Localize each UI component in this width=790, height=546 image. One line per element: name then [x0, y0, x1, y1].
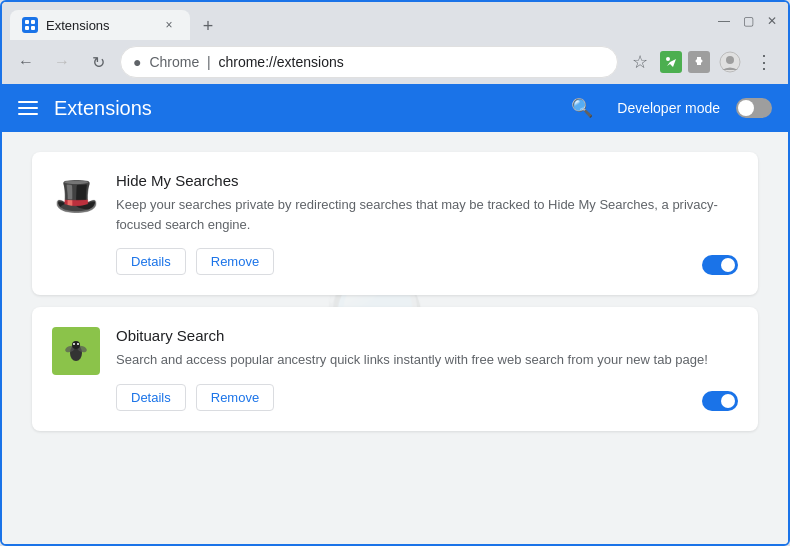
obituary-search-body: Obituary Search Search and access popula…	[116, 327, 738, 411]
tab-close-button[interactable]: ×	[160, 16, 178, 34]
extension-card-obituary-search: Obituary Search Search and access popula…	[32, 307, 758, 431]
obituary-search-details-button[interactable]: Details	[116, 384, 186, 411]
developer-mode-label: Developer mode	[617, 100, 720, 116]
browser-window: Extensions × + — ▢ ✕ ← → ↻ ● Chrome | ch…	[0, 0, 790, 546]
extension-icon-puzzle[interactable]	[688, 51, 710, 73]
toolbar-right: ☆ ⋮	[626, 48, 778, 76]
hamburger-line-3	[18, 113, 38, 115]
reload-button[interactable]: ↻	[84, 48, 112, 76]
title-bar: Extensions × + — ▢ ✕	[2, 2, 788, 40]
window-controls: — ▢ ✕	[716, 13, 780, 29]
obituary-search-desc: Search and access popular ancestry quick…	[116, 350, 738, 370]
search-icon[interactable]: 🔍	[571, 97, 593, 119]
maximize-button[interactable]: ▢	[740, 13, 756, 29]
svg-point-12	[77, 343, 79, 345]
close-button[interactable]: ✕	[764, 13, 780, 29]
extensions-header: Extensions 🔍 Developer mode	[2, 84, 788, 132]
address-bar: ← → ↻ ● Chrome | chrome://extensions ☆	[2, 40, 788, 84]
svg-rect-2	[25, 26, 29, 30]
hat-icon: 🎩	[54, 175, 99, 217]
minimize-button[interactable]: —	[716, 13, 732, 29]
tab-strip: Extensions × +	[10, 2, 710, 40]
new-tab-button[interactable]: +	[194, 12, 222, 40]
obituary-search-toggle[interactable]	[702, 391, 738, 411]
bookmark-icon[interactable]: ☆	[626, 48, 654, 76]
hide-my-searches-remove-button[interactable]: Remove	[196, 248, 274, 275]
profile-icon[interactable]	[716, 48, 744, 76]
tab-favicon	[22, 17, 38, 33]
extension-card-hide-my-searches: 🎩 Hide My Searches Keep your searches pr…	[32, 152, 758, 295]
hamburger-line-2	[18, 107, 38, 109]
forward-button[interactable]: →	[48, 48, 76, 76]
svg-point-4	[666, 57, 670, 61]
address-text: Chrome | chrome://extensions	[149, 54, 605, 70]
svg-rect-1	[31, 20, 35, 24]
developer-mode-toggle[interactable]	[736, 98, 772, 118]
hide-my-searches-desc: Keep your searches private by redirectin…	[116, 195, 738, 234]
obituary-search-actions: Details Remove	[116, 384, 738, 411]
hide-my-searches-toggle[interactable]	[702, 255, 738, 275]
address-domain: Chrome	[149, 54, 199, 70]
svg-rect-3	[31, 26, 35, 30]
hamburger-line-1	[18, 101, 38, 103]
hide-my-searches-toggle-wrap	[702, 255, 738, 275]
address-separator: |	[203, 54, 214, 70]
hide-my-searches-icon: 🎩	[52, 172, 100, 220]
page-title: Extensions	[54, 97, 555, 120]
secure-icon: ●	[133, 54, 141, 70]
obituary-search-toggle-wrap	[702, 391, 738, 411]
hide-my-searches-body: Hide My Searches Keep your searches priv…	[116, 172, 738, 275]
extension-icon-green[interactable]	[660, 51, 682, 73]
active-tab[interactable]: Extensions ×	[10, 10, 190, 40]
hide-my-searches-actions: Details Remove	[116, 248, 738, 275]
obituary-search-icon	[52, 327, 100, 375]
hide-my-searches-name: Hide My Searches	[116, 172, 738, 189]
hide-my-searches-details-button[interactable]: Details	[116, 248, 186, 275]
svg-rect-0	[25, 20, 29, 24]
address-input[interactable]: ● Chrome | chrome://extensions	[120, 46, 618, 78]
obituary-search-name: Obituary Search	[116, 327, 738, 344]
extensions-content: 🔍 🎩 Hide My Searches Keep your searches …	[2, 132, 788, 544]
hamburger-menu[interactable]	[18, 101, 38, 115]
obituary-search-remove-button[interactable]: Remove	[196, 384, 274, 411]
svg-point-6	[726, 56, 734, 64]
address-path: chrome://extensions	[218, 54, 343, 70]
svg-point-10	[72, 341, 80, 349]
tab-title: Extensions	[46, 18, 110, 33]
obituary-bug-icon	[52, 327, 100, 375]
svg-point-11	[73, 343, 75, 345]
menu-icon[interactable]: ⋮	[750, 48, 778, 76]
back-button[interactable]: ←	[12, 48, 40, 76]
